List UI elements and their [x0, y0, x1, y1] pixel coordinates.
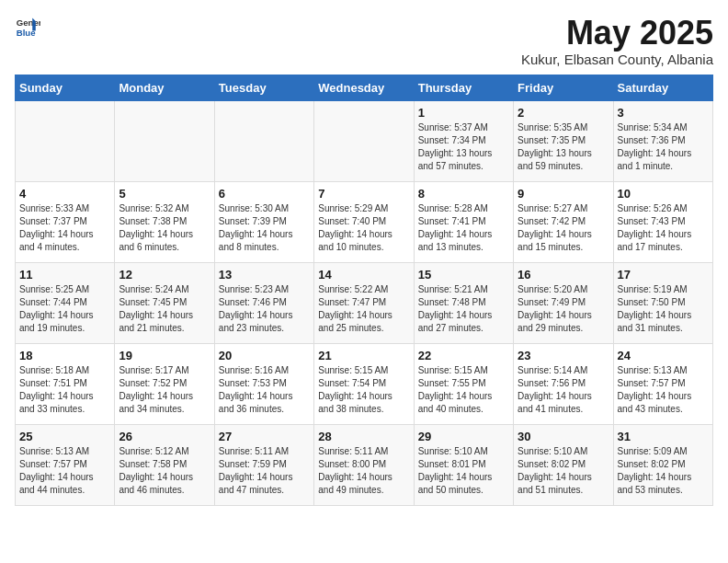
day-number: 29	[418, 430, 509, 443]
calendar-day-13: 13Sunrise: 5:23 AMSunset: 7:46 PMDayligh…	[214, 262, 313, 343]
day-info-line: Sunset: 7:56 PM	[518, 377, 609, 390]
day-info-line: Sunset: 7:35 PM	[518, 134, 609, 147]
calendar-week-row: 25Sunrise: 5:13 AMSunset: 7:57 PMDayligh…	[16, 424, 713, 505]
day-info-line: Daylight: 14 hours	[19, 309, 110, 322]
day-info-line: Sunset: 7:44 PM	[19, 296, 110, 309]
day-number: 28	[318, 430, 409, 443]
calendar-day-4: 4Sunrise: 5:33 AMSunset: 7:37 PMDaylight…	[16, 181, 115, 262]
day-info-line: and 19 minutes.	[19, 322, 110, 335]
day-info-line: Sunrise: 5:26 AM	[618, 202, 709, 215]
calendar-day-30: 30Sunrise: 5:10 AMSunset: 8:02 PMDayligh…	[514, 424, 613, 505]
calendar-day-23: 23Sunrise: 5:14 AMSunset: 7:56 PMDayligh…	[514, 343, 613, 424]
day-number: 13	[219, 268, 310, 282]
day-info-line: Daylight: 14 hours	[618, 228, 709, 241]
calendar-day-19: 19Sunrise: 5:17 AMSunset: 7:52 PMDayligh…	[115, 343, 214, 424]
day-info-line: Sunset: 7:55 PM	[418, 377, 509, 390]
day-info-line: and 23 minutes.	[219, 322, 310, 335]
day-info-line: Daylight: 14 hours	[518, 390, 609, 403]
calendar-week-row: 4Sunrise: 5:33 AMSunset: 7:37 PMDaylight…	[16, 181, 713, 262]
svg-text:General: General	[17, 17, 40, 28]
day-info-line: and 21 minutes.	[119, 322, 210, 335]
day-info-line: Sunrise: 5:13 AM	[19, 445, 110, 458]
day-info-line: and 41 minutes.	[518, 403, 609, 416]
day-number: 16	[518, 268, 609, 282]
calendar-day-8: 8Sunrise: 5:28 AMSunset: 7:41 PMDaylight…	[414, 181, 513, 262]
day-info-line: Daylight: 14 hours	[618, 147, 709, 160]
day-info-line: Daylight: 14 hours	[119, 228, 210, 241]
logo-icon: General Blue	[15, 15, 40, 40]
day-info-line: Daylight: 14 hours	[418, 228, 509, 241]
day-info-line: Sunrise: 5:25 AM	[19, 283, 110, 296]
day-info-line: Daylight: 14 hours	[518, 471, 609, 484]
day-info-line: and 4 minutes.	[19, 241, 110, 254]
day-info-line: Sunrise: 5:29 AM	[318, 202, 409, 215]
page-header: General Blue May 2025 Kukur, Elbasan Cou…	[15, 15, 713, 67]
day-info-line: Daylight: 14 hours	[518, 228, 609, 241]
calendar-week-row: 18Sunrise: 5:18 AMSunset: 7:51 PMDayligh…	[16, 343, 713, 424]
day-number: 6	[219, 187, 310, 201]
day-info-line: Sunrise: 5:33 AM	[19, 202, 110, 215]
calendar-title: May 2025	[521, 15, 713, 52]
day-number: 24	[618, 349, 709, 362]
day-info-line: and 6 minutes.	[119, 241, 210, 254]
day-info-line: and 31 minutes.	[618, 322, 709, 335]
day-number: 8	[418, 187, 509, 201]
day-number: 26	[119, 430, 210, 443]
calendar-day-18: 18Sunrise: 5:18 AMSunset: 7:51 PMDayligh…	[16, 343, 115, 424]
day-number: 10	[618, 187, 709, 201]
day-info-line: Sunset: 7:37 PM	[19, 215, 110, 228]
day-number: 1	[418, 106, 509, 120]
day-info-line: Sunrise: 5:28 AM	[418, 202, 509, 215]
calendar-day-29: 29Sunrise: 5:10 AMSunset: 8:01 PMDayligh…	[414, 424, 513, 505]
calendar-day-22: 22Sunrise: 5:15 AMSunset: 7:55 PMDayligh…	[414, 343, 513, 424]
day-number: 2	[518, 106, 609, 120]
day-info-line: Sunrise: 5:30 AM	[219, 202, 310, 215]
day-info-line: Sunrise: 5:17 AM	[119, 364, 210, 377]
title-block: May 2025 Kukur, Elbasan County, Albania	[521, 15, 713, 67]
day-number: 31	[618, 430, 709, 443]
day-info-line: Sunrise: 5:09 AM	[618, 445, 709, 458]
day-info-line: and 44 minutes.	[19, 484, 110, 497]
day-info-line: Sunset: 7:50 PM	[618, 296, 709, 309]
day-number: 23	[518, 349, 609, 362]
calendar-day-10: 10Sunrise: 5:26 AMSunset: 7:43 PMDayligh…	[613, 181, 712, 262]
day-info-line: Sunrise: 5:19 AM	[618, 283, 709, 296]
day-info-line: Sunrise: 5:10 AM	[418, 445, 509, 458]
day-info-line: Sunrise: 5:21 AM	[418, 283, 509, 296]
calendar-subtitle: Kukur, Elbasan County, Albania	[521, 52, 713, 67]
calendar-day-21: 21Sunrise: 5:15 AMSunset: 7:54 PMDayligh…	[314, 343, 414, 424]
day-info-line: and 27 minutes.	[418, 322, 509, 335]
day-info-line: Daylight: 14 hours	[119, 390, 210, 403]
day-info-line: Sunset: 7:59 PM	[219, 458, 310, 471]
calendar-day-6: 6Sunrise: 5:30 AMSunset: 7:39 PMDaylight…	[214, 181, 313, 262]
day-info-line: and 10 minutes.	[318, 241, 409, 254]
calendar-day-27: 27Sunrise: 5:11 AMSunset: 7:59 PMDayligh…	[214, 424, 313, 505]
day-info-line: Sunrise: 5:27 AM	[518, 202, 609, 215]
day-info-line: Sunset: 7:36 PM	[618, 134, 709, 147]
weekday-header-tuesday: Tuesday	[214, 75, 313, 100]
calendar-week-row: 1Sunrise: 5:37 AMSunset: 7:34 PMDaylight…	[16, 100, 713, 181]
day-info-line: and 25 minutes.	[318, 322, 409, 335]
day-info-line: Sunrise: 5:22 AM	[318, 283, 409, 296]
calendar-day-5: 5Sunrise: 5:32 AMSunset: 7:38 PMDaylight…	[115, 181, 214, 262]
day-info-line: Sunset: 7:58 PM	[119, 458, 210, 471]
day-info-line: Sunset: 7:49 PM	[518, 296, 609, 309]
day-info-line: Sunset: 7:57 PM	[19, 458, 110, 471]
day-number: 21	[318, 349, 409, 362]
day-info-line: Sunrise: 5:35 AM	[518, 121, 609, 134]
day-info-line: Sunset: 7:48 PM	[418, 296, 509, 309]
day-info-line: and 51 minutes.	[518, 484, 609, 497]
day-info-line: Sunset: 7:39 PM	[219, 215, 310, 228]
day-info-line: and 53 minutes.	[618, 484, 709, 497]
calendar-day-9: 9Sunrise: 5:27 AMSunset: 7:42 PMDaylight…	[514, 181, 613, 262]
day-info-line: Sunrise: 5:15 AM	[318, 364, 409, 377]
day-info-line: Daylight: 14 hours	[219, 228, 310, 241]
day-number: 7	[318, 187, 409, 201]
calendar-empty-cell	[115, 100, 214, 181]
day-info-line: Daylight: 14 hours	[418, 390, 509, 403]
day-info-line: Sunrise: 5:12 AM	[119, 445, 210, 458]
day-info-line: Sunset: 7:34 PM	[418, 134, 509, 147]
day-info-line: Daylight: 14 hours	[219, 471, 310, 484]
day-info-line: and 38 minutes.	[318, 403, 409, 416]
day-info-line: Daylight: 14 hours	[119, 309, 210, 322]
